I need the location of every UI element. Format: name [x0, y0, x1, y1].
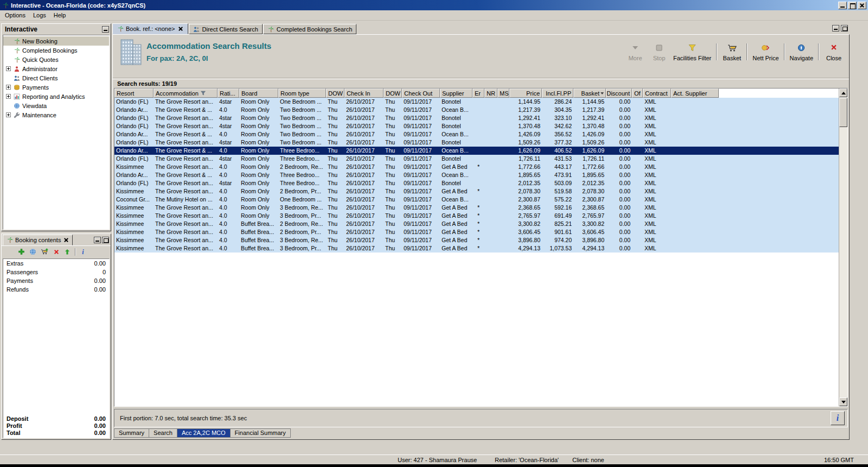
table-row[interactable]: KissimmeeThe Grove Resort an...4.0Buffet…: [114, 244, 847, 253]
filter-small-icon: [200, 90, 207, 97]
delete-icon[interactable]: [53, 249, 60, 255]
table-row[interactable]: Orlando Ar...The Grove Resort & ...4.0Ro…: [114, 171, 847, 179]
sidebar-item-viewdata[interactable]: Viewdata: [3, 101, 109, 110]
expand-toggle-icon[interactable]: [6, 94, 11, 99]
table-row[interactable]: Orlando Ar...The Grove Resort & ...4.0Ro…: [114, 106, 847, 114]
column-header-incl-fl-pp[interactable]: Incl.Fl.PP: [542, 89, 573, 98]
maximize-icon[interactable]: [848, 2, 857, 9]
sidebar-item-quick-quotes[interactable]: Quick Quotes: [3, 55, 109, 64]
column-header-basket[interactable]: Basket: [573, 89, 606, 98]
info-icon[interactable]: i: [831, 411, 845, 425]
info-icon[interactable]: i: [80, 248, 86, 255]
table-cell: Kissimmee: [114, 220, 154, 228]
view-tab-financial-summary[interactable]: Financial Summary: [231, 428, 291, 438]
column-header-accommodation[interactable]: Accommodation: [154, 89, 218, 98]
table-row[interactable]: Coconut Gr...The Mutiny Hotel on ...4.0R…: [114, 195, 847, 204]
sidebar-item-new-booking[interactable]: New Booking: [3, 36, 109, 46]
column-header-dow[interactable]: DOW: [384, 89, 402, 98]
table-cell: Kissimmee: [114, 187, 154, 195]
column-header-discount[interactable]: Discount: [606, 89, 632, 98]
column-header-supplier[interactable]: Supplier: [440, 89, 473, 98]
column-header-check-out[interactable]: Check Out: [402, 89, 440, 98]
expand-toggle-icon[interactable]: [6, 112, 11, 117]
table-row[interactable]: KissimmeeThe Grove Resort an...4.0Room O…: [114, 187, 847, 195]
column-header-act-supplier[interactable]: Act. Supplier: [671, 89, 719, 98]
expand-toggle-icon[interactable]: [6, 66, 11, 71]
scrollbar-thumb[interactable]: [839, 98, 847, 127]
table-row[interactable]: Orlando (FL)The Grove Resort an...4starR…: [114, 155, 847, 163]
globe-icon[interactable]: [29, 248, 36, 255]
column-header-nr[interactable]: NR: [484, 89, 497, 98]
column-header-room-type[interactable]: Room type: [278, 89, 326, 98]
table-row[interactable]: KissimmeeThe Grove Resort an...4.0Buffet…: [114, 236, 847, 244]
column-header-label: DOW: [386, 90, 400, 97]
table-row[interactable]: Orlando (FL)The Grove Resort an...4starR…: [114, 179, 847, 187]
column-header-check-in[interactable]: Check In: [344, 89, 384, 98]
scroll-down-icon[interactable]: [839, 397, 847, 406]
toolbar-navigate-button[interactable]: Navigate: [788, 42, 815, 61]
basket-add-icon[interactable]: [41, 248, 49, 255]
sidebar-item-direct-clients[interactable]: Direct Clients: [3, 73, 109, 83]
palm-icon: [6, 237, 13, 244]
export-icon[interactable]: [64, 249, 71, 255]
minimize-view-icon[interactable]: [832, 25, 839, 31]
sidebar-item-payments[interactable]: Payments: [3, 83, 109, 92]
close-tab-icon[interactable]: [63, 237, 69, 243]
view-tab-summary[interactable]: Summary: [114, 428, 149, 438]
toolbar-close-button[interactable]: Close: [822, 42, 846, 61]
table-row[interactable]: KissimmeeThe Grove Resort an...4.0Room O…: [114, 163, 847, 171]
column-header-board[interactable]: Board: [239, 89, 278, 98]
minimize-icon[interactable]: [838, 2, 847, 9]
table-cell: Room Only: [239, 147, 278, 155]
column-header-er[interactable]: Er: [473, 89, 484, 98]
menu-item-options[interactable]: Options: [1, 11, 29, 20]
column-header-price[interactable]: Price: [509, 89, 542, 98]
menu-item-logs[interactable]: Logs: [29, 11, 50, 20]
table-row[interactable]: KissimmeeThe Grove Resort an...4.0Room O…: [114, 204, 847, 212]
menu-item-help[interactable]: Help: [50, 11, 70, 20]
table-row[interactable]: Orlando (FL)The Grove Resort an...4starR…: [114, 138, 847, 147]
sidebar-item-administrator[interactable]: Administrator: [3, 64, 109, 73]
table-cell: Thu: [384, 212, 402, 220]
table-cell: Buffet Brea...: [239, 236, 278, 244]
booking-contents-tab[interactable]: Booking contents: [3, 235, 73, 245]
table-row[interactable]: Orlando Ar...The Grove Resort & ...4.0Ro…: [114, 147, 847, 155]
sidebar-item-completed-bookings[interactable]: Completed Bookings: [3, 46, 109, 55]
column-header-ms[interactable]: MS: [497, 89, 509, 98]
toolbar-nett-price-button[interactable]: Nett Price: [750, 42, 781, 61]
table-row[interactable]: KissimmeeThe Grove Resort an...4.0Buffet…: [114, 228, 847, 236]
column-header-of[interactable]: Of: [632, 89, 643, 98]
maximize-view-icon[interactable]: [841, 25, 848, 31]
collapse-panel-icon[interactable]: [102, 26, 109, 33]
sidebar-item-reporting-and-analytics[interactable]: Reporting and Analytics: [3, 92, 109, 101]
minimize-panel-icon[interactable]: [94, 237, 101, 243]
column-header-contract[interactable]: Contract: [643, 89, 671, 98]
tab-book-ref-none[interactable]: Book. ref.: <none>: [112, 23, 188, 34]
tab-direct-clients-search[interactable]: Direct Clients Search: [189, 24, 263, 34]
add-icon[interactable]: [18, 248, 25, 255]
table-row[interactable]: Orlando (FL)The Grove Resort an...4starR…: [114, 98, 847, 106]
maximize-panel-icon[interactable]: [102, 237, 109, 243]
expand-toggle-icon[interactable]: [6, 85, 11, 90]
column-header-resort[interactable]: Resort: [114, 89, 154, 98]
table-row[interactable]: Orlando Ar...The Grove Resort & ...4.0Ro…: [114, 130, 847, 138]
vertical-scrollbar[interactable]: [839, 89, 847, 406]
table-row[interactable]: KissimmeeThe Grove Resort an...4.0Buffet…: [114, 220, 847, 228]
view-tab-acc-2a-2c-mco[interactable]: Acc 2A,2C MCO: [177, 428, 231, 438]
scroll-up-icon[interactable]: [839, 89, 847, 97]
close-icon[interactable]: [858, 2, 866, 9]
toolbar-facilities-filter-button[interactable]: Facilities Filter: [671, 42, 713, 61]
column-header-rati[interactable]: Rati...: [218, 89, 239, 98]
table-row[interactable]: Orlando (FL)The Grove Resort an...4starR…: [114, 114, 847, 122]
toolbar-basket-button[interactable]: Basket: [720, 42, 744, 61]
table-row[interactable]: Orlando (FL)The Grove Resort an...4starR…: [114, 122, 847, 130]
total-value: 0.00: [94, 422, 106, 429]
view-tab-search[interactable]: Search: [149, 428, 177, 438]
close-tab-icon[interactable]: [177, 26, 184, 32]
column-header-dow[interactable]: DOW: [326, 89, 344, 98]
table-cell: [671, 204, 719, 212]
sidebar-item-maintenance[interactable]: Maintenance: [3, 110, 109, 119]
table-cell: 1,370.48: [573, 122, 606, 130]
table-row[interactable]: KissimmeeThe Grove Resort an...4.0Room O…: [114, 212, 847, 220]
tab-completed-bookings-search[interactable]: Completed Bookings Search: [263, 24, 356, 34]
